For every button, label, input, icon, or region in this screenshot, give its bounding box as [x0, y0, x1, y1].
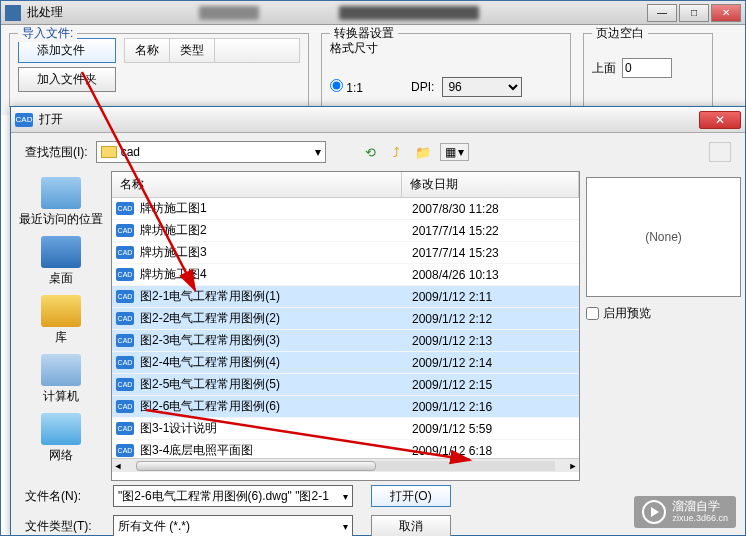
view-icon: ▦ [445, 145, 456, 159]
preview-toggle-icon[interactable] [709, 142, 731, 162]
file-row[interactable]: CAD图3-4底层电照平面图2009/1/12 6:18 [112, 440, 579, 458]
place-network[interactable]: 网络 [39, 411, 83, 466]
file-name: 图2-6电气工程常用图例(6) [138, 398, 404, 415]
place-library[interactable]: 库 [39, 293, 83, 348]
chevron-down-icon: ▾ [343, 491, 348, 502]
scroll-thumb[interactable] [136, 461, 376, 471]
file-date: 2009/1/12 5:59 [404, 422, 579, 436]
file-date: 2009/1/12 2:13 [404, 334, 579, 348]
converter-legend: 转换器设置 [330, 25, 398, 42]
cancel-button[interactable]: 取消 [371, 515, 451, 536]
file-row[interactable]: CAD图3-1设计说明2009/1/12 5:59 [112, 418, 579, 440]
watermark: 溜溜自学 zixue.3d66.cn [634, 496, 736, 528]
file-name: 牌坊施工图4 [138, 266, 404, 283]
file-name: 牌坊施工图2 [138, 222, 404, 239]
place-desktop[interactable]: 桌面 [39, 234, 83, 289]
file-date: 2008/4/26 10:13 [404, 268, 579, 282]
app-icon [5, 5, 21, 21]
cad-file-icon: CAD [116, 422, 134, 435]
import-legend: 导入文件: [18, 25, 77, 42]
file-date: 2009/1/12 6:18 [404, 444, 579, 458]
file-list[interactable]: 名称 修改日期 CAD牌坊施工图12007/8/30 11:28CAD牌坊施工图… [111, 171, 580, 481]
file-name: 牌坊施工图3 [138, 244, 404, 261]
converter-group: 转换器设置 格式尺寸 1:1 DPI: 96 [321, 33, 571, 107]
file-date: 2007/8/30 11:28 [404, 202, 579, 216]
file-rows[interactable]: CAD牌坊施工图12007/8/30 11:28CAD牌坊施工图22017/7/… [112, 198, 579, 458]
main-titlebar[interactable]: 批处理 — □ ✕ [1, 1, 745, 25]
file-date: 2009/1/12 2:16 [404, 400, 579, 414]
file-date: 2017/7/14 15:22 [404, 224, 579, 238]
col-name[interactable]: 名称 [112, 172, 402, 197]
open-button[interactable]: 打开(O) [371, 485, 451, 507]
watermark-url: zixue.3d66.cn [672, 514, 728, 524]
file-date: 2009/1/12 2:11 [404, 290, 579, 304]
scroll-right-icon[interactable]: ► [567, 461, 579, 471]
import-list-header: 名称 类型 [124, 38, 300, 63]
cad-file-icon: CAD [116, 246, 134, 259]
file-row[interactable]: CAD图2-2电气工程常用图例(2)2009/1/12 2:12 [112, 308, 579, 330]
file-row[interactable]: CAD图2-5电气工程常用图例(5)2009/1/12 2:15 [112, 374, 579, 396]
file-row[interactable]: CAD牌坊施工图12007/8/30 11:28 [112, 198, 579, 220]
cad-file-icon: CAD [116, 444, 134, 457]
col-type[interactable]: 类型 [170, 39, 215, 62]
file-date: 2017/7/14 15:23 [404, 246, 579, 260]
dpi-select[interactable]: 96 [442, 77, 522, 97]
filename-combo[interactable]: "图2-6电气工程常用图例(6).dwg" "图2-1▾ [113, 485, 353, 507]
col-name[interactable]: 名称 [125, 39, 170, 62]
filetype-combo[interactable]: 所有文件 (*.*)▾ [113, 515, 353, 536]
new-folder-icon[interactable]: 📁 [414, 143, 432, 161]
computer-icon [41, 354, 81, 386]
file-name: 图2-2电气工程常用图例(2) [138, 310, 404, 327]
preview-pane: (None) 启用预览 [580, 171, 745, 481]
place-computer[interactable]: 计算机 [39, 352, 83, 407]
cad-file-icon: CAD [116, 312, 134, 325]
back-icon[interactable]: ⟲ [362, 143, 380, 161]
dpi-label: DPI: [411, 80, 434, 94]
h-scrollbar[interactable]: ◄ ► [112, 458, 579, 472]
file-name: 图2-4电气工程常用图例(4) [138, 354, 404, 371]
minimize-button[interactable]: — [647, 4, 677, 22]
cad-file-icon: CAD [116, 224, 134, 237]
blur-decoration [199, 6, 259, 20]
add-folder-button[interactable]: 加入文件夹 [18, 67, 116, 92]
dialog-titlebar[interactable]: CAD 打开 ✕ [11, 107, 745, 133]
file-name: 图2-1电气工程常用图例(1) [138, 288, 404, 305]
maximize-button[interactable]: □ [679, 4, 709, 22]
top-input[interactable] [622, 58, 672, 78]
view-menu[interactable]: ▦▾ [440, 143, 469, 161]
dialog-main: 最近访问的位置 桌面 库 计算机 网络 名称 修改日期 CAD牌坊施工图1200… [11, 171, 745, 481]
folder-combo[interactable]: cad ▾ [96, 141, 326, 163]
file-row[interactable]: CAD牌坊施工图42008/4/26 10:13 [112, 264, 579, 286]
cad-file-icon: CAD [116, 400, 134, 413]
import-group: 导入文件: 添加文件 加入文件夹 名称 类型 [9, 33, 309, 107]
cad-file-icon: CAD [116, 268, 134, 281]
dialog-close-button[interactable]: ✕ [699, 111, 741, 129]
file-name: 图3-4底层电照平面图 [138, 442, 404, 458]
ratio-radio[interactable]: 1:1 [330, 79, 363, 95]
chevron-down-icon: ▾ [315, 145, 321, 159]
cad-file-icon: CAD [116, 356, 134, 369]
scroll-left-icon[interactable]: ◄ [112, 461, 124, 471]
file-row[interactable]: CAD图2-3电气工程常用图例(3)2009/1/12 2:13 [112, 330, 579, 352]
dialog-toolbar: 查找范围(I): cad ▾ ⟲ ⤴ 📁 ▦▾ [11, 133, 745, 171]
dialog-title: 打开 [39, 111, 699, 128]
enable-preview-checkbox[interactable]: 启用预览 [586, 305, 739, 322]
cad-file-icon: CAD [116, 290, 134, 303]
file-row[interactable]: CAD图2-1电气工程常用图例(1)2009/1/12 2:11 [112, 286, 579, 308]
top-label: 上面 [592, 60, 616, 77]
cad-file-icon: CAD [116, 202, 134, 215]
folder-name: cad [121, 145, 140, 159]
place-recent[interactable]: 最近访问的位置 [17, 175, 105, 230]
format-label: 格式尺寸 [330, 40, 562, 57]
file-row[interactable]: CAD牌坊施工图32017/7/14 15:23 [112, 242, 579, 264]
file-list-header: 名称 修改日期 [112, 172, 579, 198]
file-row[interactable]: CAD图2-4电气工程常用图例(4)2009/1/12 2:14 [112, 352, 579, 374]
up-icon[interactable]: ⤴ [388, 143, 406, 161]
close-button[interactable]: ✕ [711, 4, 741, 22]
file-row[interactable]: CAD牌坊施工图22017/7/14 15:22 [112, 220, 579, 242]
file-row[interactable]: CAD图2-6电气工程常用图例(6)2009/1/12 2:16 [112, 396, 579, 418]
file-name: 牌坊施工图1 [138, 200, 404, 217]
col-date[interactable]: 修改日期 [402, 172, 579, 197]
cad-icon: CAD [15, 113, 33, 127]
play-icon [642, 500, 666, 524]
